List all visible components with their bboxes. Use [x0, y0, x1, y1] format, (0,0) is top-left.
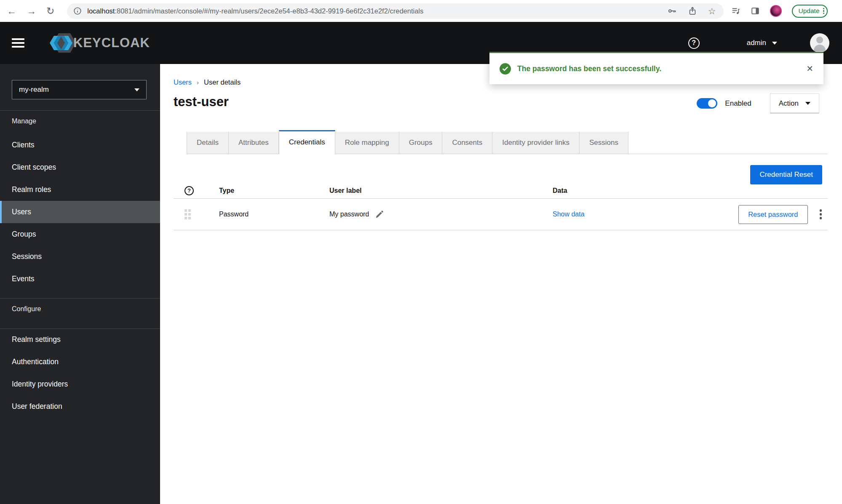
help-icon[interactable]: ? [688, 37, 700, 49]
credentials-help-icon[interactable]: ? [184, 186, 194, 195]
tab-consents[interactable]: Consents [442, 132, 492, 154]
sidebar-item-groups[interactable]: Groups [0, 223, 160, 245]
row-kebab-menu-icon[interactable] [820, 208, 822, 221]
sidebar-item-identity-providers[interactable]: Identity providers [0, 373, 160, 395]
edit-pencil-icon[interactable] [375, 210, 384, 219]
url-host: localhost [87, 7, 115, 15]
sidebar-item-users[interactable]: Users [0, 201, 160, 223]
drag-handle-icon[interactable] [184, 209, 191, 219]
username-label: admin [747, 39, 766, 47]
action-label: Action [779, 99, 799, 108]
tab-credentials[interactable]: Credentials [279, 130, 335, 154]
success-check-icon [500, 63, 511, 75]
site-info-icon[interactable] [73, 6, 82, 16]
password-key-icon[interactable] [668, 6, 677, 16]
tab-role-mapping[interactable]: Role mapping [335, 132, 399, 154]
realm-selector[interactable]: my-realm [12, 80, 147, 99]
breadcrumb-current: User details [204, 78, 241, 86]
browser-profile-avatar[interactable] [770, 5, 782, 17]
page-title: test-user [174, 94, 229, 109]
column-header-user-label: User label [329, 187, 553, 195]
reset-password-button[interactable]: Reset password [738, 205, 807, 224]
keycloak-logo-icon [45, 30, 77, 56]
table-row: Password My password Show data Reset pas… [174, 199, 828, 230]
breadcrumb: Users › User details [174, 78, 241, 86]
action-dropdown[interactable]: Action [770, 93, 819, 113]
nav-toggle-hamburger-icon[interactable] [12, 36, 25, 50]
side-panel-icon[interactable] [751, 6, 760, 16]
user-menu[interactable]: admin [747, 39, 777, 47]
chevron-down-icon [805, 102, 810, 105]
column-header-data: Data [553, 187, 828, 195]
sidebar-item-client-scopes[interactable]: Client scopes [0, 156, 160, 179]
credential-type: Password [219, 211, 329, 218]
browser-forward-button[interactable]: → [27, 6, 36, 16]
credentials-table: ? Type User label Data Password My passw… [174, 183, 828, 230]
enabled-toggle[interactable] [697, 98, 717, 109]
browser-address-bar[interactable]: localhost:8081/admin/master/console/#/my… [67, 3, 723, 19]
sidebar-item-sessions[interactable]: Sessions [0, 245, 160, 268]
realm-name: my-realm [19, 85, 134, 94]
tab-identity-provider-links[interactable]: Identity provider links [492, 132, 580, 154]
tab-groups[interactable]: Groups [399, 132, 443, 154]
keycloak-brand-text: KEYCLOAK [73, 35, 150, 51]
credential-reset-button[interactable]: Credential Reset [750, 165, 822, 184]
url-path: :8081/admin/master/console/#/my-realm/us… [115, 7, 423, 15]
credential-user-label: My password [329, 211, 369, 218]
configure-section-label: Configure [12, 305, 41, 313]
show-data-link[interactable]: Show data [553, 211, 585, 218]
divider [0, 110, 160, 111]
table-header-row: ? Type User label Data [174, 183, 828, 199]
tab-details[interactable]: Details [187, 132, 229, 154]
manage-section-label: Manage [12, 117, 36, 125]
sidebar-item-user-federation[interactable]: User federation [0, 395, 160, 418]
user-tabs: Details Attributes Credentials Role mapp… [187, 131, 828, 154]
bookmark-star-icon[interactable]: ☆ [708, 7, 716, 16]
enabled-label: Enabled [725, 99, 751, 108]
alert-message: The password has been set successfully. [517, 64, 661, 73]
tab-sessions[interactable]: Sessions [580, 132, 628, 154]
browser-menu-kebab-icon[interactable] [823, 7, 825, 15]
media-controls-icon[interactable] [731, 6, 740, 16]
keycloak-logo[interactable]: KEYCLOAK [45, 30, 150, 56]
chevron-down-icon [134, 88, 139, 91]
share-icon[interactable] [688, 6, 697, 16]
breadcrumb-separator-icon: › [197, 79, 199, 86]
sidebar-nav: my-realm Manage Clients Client scopes Re… [0, 64, 160, 504]
sidebar-item-clients[interactable]: Clients [0, 134, 160, 156]
sidebar-item-realm-settings[interactable]: Realm settings [0, 328, 160, 351]
breadcrumb-users-link[interactable]: Users [174, 78, 192, 86]
chevron-down-icon [772, 42, 777, 45]
browser-reload-button[interactable]: ↻ [46, 6, 54, 16]
main-content: Users › User details test-user Enabled A… [160, 64, 842, 504]
url-text[interactable]: localhost:8081/admin/master/console/#/my… [87, 7, 659, 15]
divider [0, 298, 160, 299]
browser-back-button[interactable]: ← [7, 6, 16, 16]
tab-attributes[interactable]: Attributes [229, 132, 279, 154]
column-header-type: Type [219, 187, 329, 195]
sidebar-item-authentication[interactable]: Authentication [0, 351, 160, 373]
sidebar-item-events[interactable]: Events [0, 268, 160, 290]
alert-close-icon[interactable]: ✕ [806, 64, 813, 74]
success-alert: The password has been set successfully. … [489, 52, 823, 84]
update-label: Update [799, 7, 820, 15]
avatar[interactable] [810, 33, 829, 53]
browser-toolbar: ← → ↻ localhost:8081/admin/master/consol… [0, 0, 842, 22]
browser-update-button[interactable]: Update [792, 5, 828, 18]
sidebar-item-realm-roles[interactable]: Realm roles [0, 179, 160, 201]
